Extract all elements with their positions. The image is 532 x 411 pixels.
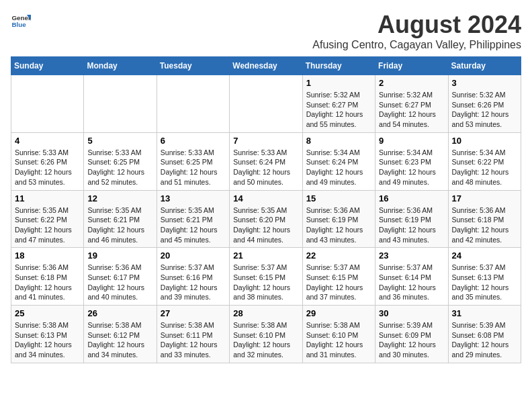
calendar-cell: 7Sunrise: 5:33 AM Sunset: 6:24 PM Daylig… xyxy=(230,132,302,190)
calendar-cell: 12Sunrise: 5:35 AM Sunset: 6:21 PM Dayli… xyxy=(84,190,157,248)
calendar-cell: 25Sunrise: 5:38 AM Sunset: 6:13 PM Dayli… xyxy=(11,306,84,363)
day-number: 26 xyxy=(87,308,152,318)
calendar-cell: 26Sunrise: 5:38 AM Sunset: 6:12 PM Dayli… xyxy=(84,306,157,363)
header-cell-monday: Monday xyxy=(84,57,157,75)
main-title: August 2024 xyxy=(312,11,521,39)
day-info: Sunrise: 5:37 AM Sunset: 6:15 PM Dayligh… xyxy=(233,263,298,302)
calendar-cell xyxy=(11,75,84,133)
calendar-cell xyxy=(84,75,157,133)
day-number: 8 xyxy=(306,136,371,146)
calendar-cell: 11Sunrise: 5:35 AM Sunset: 6:22 PM Dayli… xyxy=(11,190,84,248)
header-row: SundayMondayTuesdayWednesdayThursdayFrid… xyxy=(11,57,521,75)
subtitle: Afusing Centro, Cagayan Valley, Philippi… xyxy=(312,39,521,51)
day-number: 17 xyxy=(452,193,517,203)
day-info: Sunrise: 5:36 AM Sunset: 6:18 PM Dayligh… xyxy=(15,263,80,302)
day-number: 14 xyxy=(233,193,298,203)
week-row-3: 11Sunrise: 5:35 AM Sunset: 6:22 PM Dayli… xyxy=(11,190,521,248)
day-number: 30 xyxy=(379,308,444,318)
day-number: 29 xyxy=(306,308,371,318)
day-info: Sunrise: 5:34 AM Sunset: 6:24 PM Dayligh… xyxy=(306,148,371,187)
day-number: 9 xyxy=(379,136,444,146)
day-info: Sunrise: 5:38 AM Sunset: 6:11 PM Dayligh… xyxy=(161,320,226,360)
day-number: 25 xyxy=(15,308,80,318)
day-number: 10 xyxy=(452,136,517,146)
calendar-cell: 15Sunrise: 5:36 AM Sunset: 6:19 PM Dayli… xyxy=(302,190,375,248)
title-section: August 2024 Afusing Centro, Cagayan Vall… xyxy=(312,11,521,51)
calendar-cell: 8Sunrise: 5:34 AM Sunset: 6:24 PM Daylig… xyxy=(302,132,375,190)
calendar-cell: 31Sunrise: 5:39 AM Sunset: 6:08 PM Dayli… xyxy=(448,306,521,363)
calendar-cell: 5Sunrise: 5:33 AM Sunset: 6:25 PM Daylig… xyxy=(84,132,157,190)
week-row-4: 18Sunrise: 5:36 AM Sunset: 6:18 PM Dayli… xyxy=(11,248,521,306)
week-row-2: 4Sunrise: 5:33 AM Sunset: 6:26 PM Daylig… xyxy=(11,132,521,190)
day-number: 28 xyxy=(233,308,298,318)
calendar-table: SundayMondayTuesdayWednesdayThursdayFrid… xyxy=(11,56,521,363)
day-info: Sunrise: 5:38 AM Sunset: 6:12 PM Dayligh… xyxy=(87,320,152,360)
header-cell-friday: Friday xyxy=(375,57,448,75)
day-number: 27 xyxy=(161,308,226,318)
day-number: 2 xyxy=(379,78,444,88)
day-info: Sunrise: 5:32 AM Sunset: 6:26 PM Dayligh… xyxy=(452,90,517,130)
svg-text:Blue: Blue xyxy=(12,21,27,28)
calendar-cell: 1Sunrise: 5:32 AM Sunset: 6:27 PM Daylig… xyxy=(302,75,375,133)
header-cell-saturday: Saturday xyxy=(448,57,521,75)
header-cell-sunday: Sunday xyxy=(11,57,84,75)
day-info: Sunrise: 5:33 AM Sunset: 6:24 PM Dayligh… xyxy=(233,148,298,187)
calendar-cell: 28Sunrise: 5:38 AM Sunset: 6:10 PM Dayli… xyxy=(230,306,302,363)
calendar-cell: 9Sunrise: 5:34 AM Sunset: 6:23 PM Daylig… xyxy=(375,132,448,190)
calendar-cell: 16Sunrise: 5:36 AM Sunset: 6:19 PM Dayli… xyxy=(375,190,448,248)
day-info: Sunrise: 5:37 AM Sunset: 6:15 PM Dayligh… xyxy=(306,263,371,302)
day-number: 6 xyxy=(161,136,226,146)
header: General Blue August 2024 Afusing Centro,… xyxy=(11,11,521,51)
day-info: Sunrise: 5:38 AM Sunset: 6:10 PM Dayligh… xyxy=(233,320,298,360)
day-info: Sunrise: 5:37 AM Sunset: 6:13 PM Dayligh… xyxy=(452,263,517,302)
day-number: 18 xyxy=(15,250,80,261)
day-info: Sunrise: 5:36 AM Sunset: 6:17 PM Dayligh… xyxy=(87,263,152,302)
calendar-cell: 3Sunrise: 5:32 AM Sunset: 6:26 PM Daylig… xyxy=(448,75,521,133)
day-number: 16 xyxy=(379,193,444,203)
day-number: 4 xyxy=(15,136,80,146)
calendar-cell: 19Sunrise: 5:36 AM Sunset: 6:17 PM Dayli… xyxy=(84,248,157,306)
calendar-cell: 20Sunrise: 5:37 AM Sunset: 6:16 PM Dayli… xyxy=(157,248,229,306)
header-cell-thursday: Thursday xyxy=(302,57,375,75)
day-number: 13 xyxy=(161,193,226,203)
day-number: 12 xyxy=(87,193,152,203)
day-info: Sunrise: 5:37 AM Sunset: 6:14 PM Dayligh… xyxy=(379,263,444,302)
calendar-cell: 27Sunrise: 5:38 AM Sunset: 6:11 PM Dayli… xyxy=(157,306,229,363)
header-cell-tuesday: Tuesday xyxy=(157,57,229,75)
day-number: 7 xyxy=(233,136,298,146)
day-info: Sunrise: 5:35 AM Sunset: 6:20 PM Dayligh… xyxy=(233,205,298,245)
day-info: Sunrise: 5:36 AM Sunset: 6:19 PM Dayligh… xyxy=(306,205,371,245)
calendar-cell: 4Sunrise: 5:33 AM Sunset: 6:26 PM Daylig… xyxy=(11,132,84,190)
calendar-cell xyxy=(230,75,302,133)
calendar-cell: 23Sunrise: 5:37 AM Sunset: 6:14 PM Dayli… xyxy=(375,248,448,306)
calendar-cell: 6Sunrise: 5:33 AM Sunset: 6:25 PM Daylig… xyxy=(157,132,229,190)
calendar-cell: 10Sunrise: 5:34 AM Sunset: 6:22 PM Dayli… xyxy=(448,132,521,190)
day-info: Sunrise: 5:32 AM Sunset: 6:27 PM Dayligh… xyxy=(306,90,371,130)
week-row-5: 25Sunrise: 5:38 AM Sunset: 6:13 PM Dayli… xyxy=(11,306,521,363)
day-info: Sunrise: 5:32 AM Sunset: 6:27 PM Dayligh… xyxy=(379,90,444,130)
day-info: Sunrise: 5:33 AM Sunset: 6:25 PM Dayligh… xyxy=(161,148,226,187)
day-info: Sunrise: 5:34 AM Sunset: 6:22 PM Dayligh… xyxy=(452,148,517,187)
calendar-cell: 30Sunrise: 5:39 AM Sunset: 6:09 PM Dayli… xyxy=(375,306,448,363)
header-cell-wednesday: Wednesday xyxy=(230,57,302,75)
calendar-cell: 14Sunrise: 5:35 AM Sunset: 6:20 PM Dayli… xyxy=(230,190,302,248)
day-number: 15 xyxy=(306,193,371,203)
calendar-cell: 21Sunrise: 5:37 AM Sunset: 6:15 PM Dayli… xyxy=(230,248,302,306)
day-number: 24 xyxy=(452,250,517,261)
day-number: 23 xyxy=(379,250,444,261)
calendar-cell: 29Sunrise: 5:38 AM Sunset: 6:10 PM Dayli… xyxy=(302,306,375,363)
calendar-cell: 2Sunrise: 5:32 AM Sunset: 6:27 PM Daylig… xyxy=(375,75,448,133)
day-info: Sunrise: 5:36 AM Sunset: 6:19 PM Dayligh… xyxy=(379,205,444,245)
calendar-cell: 17Sunrise: 5:36 AM Sunset: 6:18 PM Dayli… xyxy=(448,190,521,248)
day-info: Sunrise: 5:35 AM Sunset: 6:21 PM Dayligh… xyxy=(161,205,226,245)
day-info: Sunrise: 5:38 AM Sunset: 6:10 PM Dayligh… xyxy=(306,320,371,360)
day-info: Sunrise: 5:38 AM Sunset: 6:13 PM Dayligh… xyxy=(15,320,80,360)
day-number: 21 xyxy=(233,250,298,261)
day-info: Sunrise: 5:39 AM Sunset: 6:08 PM Dayligh… xyxy=(452,320,517,360)
calendar-cell: 18Sunrise: 5:36 AM Sunset: 6:18 PM Dayli… xyxy=(11,248,84,306)
day-number: 5 xyxy=(87,136,152,146)
day-info: Sunrise: 5:36 AM Sunset: 6:18 PM Dayligh… xyxy=(452,205,517,245)
day-info: Sunrise: 5:35 AM Sunset: 6:22 PM Dayligh… xyxy=(15,205,80,245)
day-number: 19 xyxy=(87,250,152,261)
day-info: Sunrise: 5:39 AM Sunset: 6:09 PM Dayligh… xyxy=(379,320,444,360)
